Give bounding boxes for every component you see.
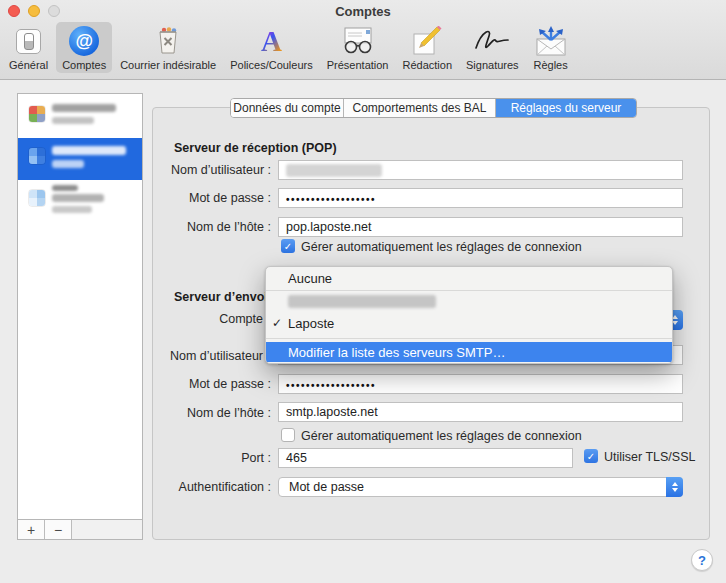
menu-item-laposte[interactable]: ✓ Laposte [266,312,672,334]
tls-ssl-checkbox[interactable]: ✓ [584,449,598,463]
toolbar-item-fonts-colors[interactable]: A Polices/Couleurs [224,22,319,73]
menu-item-modify-smtp-list[interactable]: Modifier la liste des serveurs SMTP… [266,342,672,362]
preferences-toolbar: Général @ Comptes Courrier indésirable A [3,22,577,78]
redacted-value [288,295,436,308]
pop-username-label: Nom d’utilisateur : [66,163,271,177]
tab-bar: Données du compte Comportements des BAL … [230,98,637,118]
pop-auto-settings-label: Gérer automatiquement les réglages de co… [301,240,582,254]
smtp-password-input[interactable]: •••••••••••••••••• [278,374,683,394]
toolbar-item-junk-mail[interactable]: Courrier indésirable [114,22,222,73]
smtp-port-label: Port : [66,451,271,465]
account-avatar-mosaic-icon [28,105,46,123]
envelope-arrows-icon [533,25,569,57]
checkmark-icon: ✓ [272,316,282,330]
tab-comportements-des-bal[interactable]: Comportements des BAL [344,99,496,117]
toolbar-item-composing[interactable]: Rédaction [396,22,458,73]
account-row-1[interactable] [18,96,142,138]
redacted-value [286,164,382,177]
pop-host-label: Nom de l’hôte : [66,220,271,234]
pop-username-input[interactable] [278,160,683,180]
smtp-port-input[interactable]: 465 [278,448,573,468]
smtp-server-dropdown-menu: Aucune ✓ Laposte Modifier la liste des s… [265,266,673,364]
account-avatar-blue-icon [28,147,46,165]
menu-item-aucune[interactable]: Aucune [266,267,672,290]
smtp-auth-label: Authentification : [66,480,271,494]
toolbar-item-comptes[interactable]: @ Comptes [56,22,112,73]
smtp-password-label: Mot de passe : [66,377,271,391]
toolbar-item-viewing[interactable]: Présentation [321,22,395,73]
footer-filler [72,520,142,539]
trash-bin-icon [153,25,183,57]
tls-ssl-label: Utiliser TLS/SSL [604,450,695,464]
smtp-host-input[interactable]: smtp.laposte.net [278,402,683,422]
pop-password-input[interactable]: •••••••••••••••••• [278,188,683,208]
account-name-redacted [52,101,116,129]
smtp-auth-popup[interactable]: Mot de passe [278,477,683,497]
account-avatar-lightblue-icon [28,189,46,207]
smtp-auto-settings-label: Gérer automatiquement les réglages de co… [301,429,582,443]
smtp-account-label: Compte [58,312,263,326]
glasses-envelope-icon [340,25,376,57]
toolbar-item-general[interactable]: Général [3,22,54,73]
title-bar[interactable]: Comptes [0,0,726,22]
pop-host-input[interactable]: pop.laposte.net [278,217,683,237]
menu-item-redacted[interactable] [266,291,672,312]
account-list-footer: + − [17,519,143,540]
pop-auto-settings-checkbox[interactable]: ✓ [281,239,295,253]
add-account-button[interactable]: + [18,520,45,539]
smtp-host-label: Nom de l’hôte : [66,406,271,420]
smtp-auto-settings-checkbox[interactable] [281,428,295,442]
toolbar-item-rules[interactable]: Règles [527,22,575,73]
help-button[interactable]: ? [691,549,713,571]
pop-password-label: Mot de passe : [66,191,271,205]
remove-account-button[interactable]: − [45,520,72,539]
smtp-section-title: Serveur d’envoi [174,290,268,304]
switch-icon [16,25,41,57]
tab-donnees-du-compte[interactable]: Données du compte [231,99,344,117]
pencil-paper-icon [411,25,443,57]
tab-reglages-du-serveur[interactable]: Réglages du serveur [496,99,636,117]
popup-chevrons-icon [666,477,683,497]
signature-icon [472,25,512,57]
toolbar-item-signatures[interactable]: Signatures [460,22,525,73]
pop-section-title: Serveur de réception (POP) [174,141,337,155]
smtp-username-label: Nom d’utilisateur [58,349,263,363]
window-title: Comptes [0,4,726,19]
window-chrome: Comptes Général @ Comptes Cou [0,0,726,80]
letter-a-rainbow-icon: A [261,25,282,57]
at-circle-icon: @ [69,25,99,57]
